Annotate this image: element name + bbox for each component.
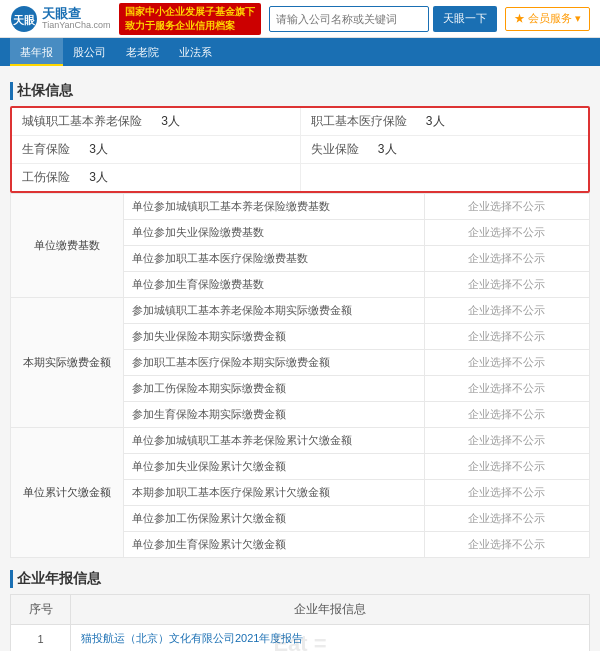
col-header-seq: 序号 — [11, 595, 71, 625]
header: 天眼 天眼查 TianYanCha.com 国家中小企业发展子基金旗下 致力于服… — [0, 0, 600, 38]
si-cell: 城镇职工基本养老保险 3人 — [12, 108, 300, 136]
item-value: 企业选择不公示 — [424, 428, 589, 454]
table-row: 单位缴费基数 单位参加城镇职工基本养老保险缴费基数 企业选择不公示 — [11, 194, 590, 220]
item-value: 企业选择不公示 — [424, 298, 589, 324]
social-insurance-title: 社保信息 — [10, 82, 590, 100]
si-value: 3人 — [378, 142, 397, 156]
item-label: 参加职工基本医疗保险本期实际缴费金额 — [123, 350, 424, 376]
item-label: 参加生育保险本期实际缴费金额 — [123, 402, 424, 428]
logo-text: 天眼查 — [42, 7, 111, 20]
item-value: 企业选择不公示 — [424, 194, 589, 220]
tab-company[interactable]: 股公司 — [63, 38, 116, 66]
search-area: 天眼一下 — [269, 6, 497, 32]
logo-icon: 天眼 — [10, 5, 38, 33]
item-value: 企业选择不公示 — [424, 506, 589, 532]
table-header-row: 序号 企业年报信息 — [11, 595, 590, 625]
si-cell: 职工基本医疗保险 3人 — [300, 108, 588, 136]
item-label: 单位参加城镇职工基本养老保险累计欠缴金额 — [123, 428, 424, 454]
si-cell: 工伤保险 3人 — [12, 164, 300, 192]
item-value: 企业选择不公示 — [424, 480, 589, 506]
item-label: 本期参加职工基本医疗保险累计欠缴金额 — [123, 480, 424, 506]
annual-report-title: 企业年报信息 — [10, 570, 590, 588]
table-row: 1 猫投航运（北京）文化有限公司2021年度报告 — [11, 625, 590, 652]
item-label: 参加城镇职工基本养老保险本期实际缴费金额 — [123, 298, 424, 324]
group-header-unit-fee: 单位缴费基数 — [11, 194, 124, 298]
group-header-arrears: 单位累计欠缴金额 — [11, 428, 124, 558]
si-cell: 失业保险 3人 — [300, 136, 588, 164]
table-row: 生育保险 3人 失业保险 3人 — [12, 136, 588, 164]
si-value: 3人 — [426, 114, 445, 128]
row-seq: 1 — [11, 625, 71, 652]
item-value: 企业选择不公示 — [424, 220, 589, 246]
item-label: 参加工伤保险本期实际缴费金额 — [123, 376, 424, 402]
item-label: 参加失业保险本期实际缴费金额 — [123, 324, 424, 350]
si-label: 城镇职工基本养老保险 — [22, 114, 142, 128]
logo-sub: TianYanCha.com — [42, 20, 111, 30]
si-value: 3人 — [89, 142, 108, 156]
si-label: 工伤保险 — [22, 170, 70, 184]
group-header-period-fee: 本期实际缴费金额 — [11, 298, 124, 428]
table-row: 城镇职工基本养老保险 3人 职工基本医疗保险 3人 — [12, 108, 588, 136]
table-row: 工伤保险 3人 — [12, 164, 588, 192]
member-button[interactable]: ★ 会员服务 ▾ — [505, 7, 590, 31]
item-label: 单位参加城镇职工基本养老保险缴费基数 — [123, 194, 424, 220]
search-button[interactable]: 天眼一下 — [433, 6, 497, 32]
si-label: 生育保险 — [22, 142, 70, 156]
item-label: 单位参加失业保险缴费基数 — [123, 220, 424, 246]
nav-tabs: 基年报 股公司 老老院 业法系 — [0, 38, 600, 66]
item-value: 企业选择不公示 — [424, 402, 589, 428]
si-value: 3人 — [89, 170, 108, 184]
item-label: 单位参加工伤保险累计欠缴金额 — [123, 506, 424, 532]
social-insurance-top: 城镇职工基本养老保险 3人 职工基本医疗保险 3人 生育保险 3人 失业保险 3… — [10, 106, 590, 193]
item-value: 企业选择不公示 — [424, 376, 589, 402]
si-cell: 生育保险 3人 — [12, 136, 300, 164]
tab-law[interactable]: 业法系 — [169, 38, 222, 66]
svg-text:天眼: 天眼 — [12, 14, 36, 26]
annual-report-link[interactable]: 猫投航运（北京）文化有限公司2021年度报告 — [71, 625, 590, 652]
annual-report-section: 企业年报信息 序号 企业年报信息 1 猫投航运（北京）文化有限公司2021年度报… — [10, 570, 590, 651]
item-value: 企业选择不公示 — [424, 272, 589, 298]
logo[interactable]: 天眼 天眼查 TianYanCha.com — [10, 5, 111, 33]
item-label: 单位参加生育保险累计欠缴金额 — [123, 532, 424, 558]
item-value: 企业选择不公示 — [424, 532, 589, 558]
tab-annual[interactable]: 基年报 — [10, 38, 63, 66]
item-label: 单位参加职工基本医疗保险缴费基数 — [123, 246, 424, 272]
si-cell — [300, 164, 588, 192]
header-banner: 国家中小企业发展子基金旗下 致力于服务企业信用档案 — [119, 3, 261, 35]
item-label: 单位参加失业保险累计欠缴金额 — [123, 454, 424, 480]
si-value: 3人 — [161, 114, 180, 128]
item-label: 单位参加生育保险缴费基数 — [123, 272, 424, 298]
item-value: 企业选择不公示 — [424, 350, 589, 376]
item-value: 企业选择不公示 — [424, 246, 589, 272]
top-insurance-table: 城镇职工基本养老保险 3人 职工基本医疗保险 3人 生育保险 3人 失业保险 3… — [12, 108, 588, 191]
item-value: 企业选择不公示 — [424, 324, 589, 350]
si-label: 职工基本医疗保险 — [311, 114, 407, 128]
search-input[interactable] — [269, 6, 429, 32]
annual-report-table: 序号 企业年报信息 1 猫投航运（北京）文化有限公司2021年度报告 2 猫投航… — [10, 594, 590, 651]
main-content: 社保信息 城镇职工基本养老保险 3人 职工基本医疗保险 3人 生育保险 3人 — [0, 66, 600, 651]
table-row: 本期实际缴费金额 参加城镇职工基本养老保险本期实际缴费金额 企业选择不公示 — [11, 298, 590, 324]
detail-insurance-table: 单位缴费基数 单位参加城镇职工基本养老保险缴费基数 企业选择不公示 单位参加失业… — [10, 193, 590, 558]
item-value: 企业选择不公示 — [424, 454, 589, 480]
tab-elder[interactable]: 老老院 — [116, 38, 169, 66]
si-label: 失业保险 — [311, 142, 359, 156]
col-header-info: 企业年报信息 — [71, 595, 590, 625]
table-row: 单位累计欠缴金额 单位参加城镇职工基本养老保险累计欠缴金额 企业选择不公示 — [11, 428, 590, 454]
